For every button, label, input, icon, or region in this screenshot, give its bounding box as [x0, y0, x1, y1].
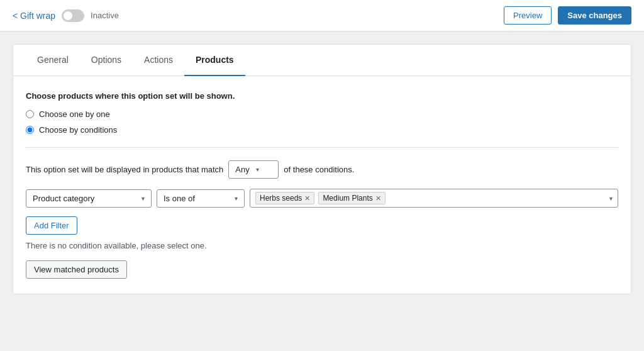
active-toggle[interactable]: [62, 9, 84, 22]
tag-herbs-seeds-label: Herbs seeds: [260, 194, 302, 203]
match-select[interactable]: Any All: [235, 165, 250, 174]
no-condition-message: There is no condition available, please …: [26, 241, 618, 250]
tab-options[interactable]: Options: [80, 45, 133, 76]
radio-by-conditions-text: Choose by conditions: [39, 125, 117, 135]
suffix-text: of these conditions.: [284, 165, 354, 174]
tag-medium-plants: Medium Plants ✕: [318, 192, 385, 204]
tab-actions[interactable]: Actions: [133, 45, 184, 76]
radio-one-by-one-label[interactable]: Choose one by one: [26, 109, 618, 119]
filter-tags-chevron: ▾: [609, 195, 613, 202]
tag-herbs-seeds: Herbs seeds ✕: [255, 192, 314, 204]
save-button[interactable]: Save changes: [558, 6, 631, 25]
radio-one-by-one-text: Choose one by one: [39, 109, 110, 119]
top-bar-right: Preview Save changes: [504, 6, 631, 25]
preview-button[interactable]: Preview: [504, 6, 552, 25]
main-content: General Options Actions Products Choose …: [0, 31, 644, 307]
tabs-nav: General Options Actions Products: [13, 45, 631, 76]
filter-operator-label: Is one of: [164, 194, 195, 203]
filter-operator-dropdown[interactable]: Is one of ▾: [157, 189, 245, 208]
add-filter-button[interactable]: Add Filter: [26, 216, 77, 235]
filter-row: Product category ▾ Is one of ▾ Herbs see…: [26, 189, 618, 208]
radio-one-by-one[interactable]: [26, 110, 34, 118]
back-link[interactable]: < Gift wrap: [13, 11, 55, 21]
divider: [26, 147, 618, 148]
tag-medium-plants-remove[interactable]: ✕: [375, 194, 381, 203]
match-select-chevron: ▾: [256, 166, 259, 173]
toggle-slider: [62, 9, 84, 22]
filter-type-label: Product category: [33, 194, 94, 203]
radio-group: Choose one by one Choose by conditions: [26, 109, 618, 135]
section-title: Choose products where this option set wi…: [26, 91, 618, 101]
filter-tags-container[interactable]: Herbs seeds ✕ Medium Plants ✕ ▾: [250, 189, 618, 208]
radio-by-conditions-label[interactable]: Choose by conditions: [26, 125, 618, 135]
tab-products[interactable]: Products: [184, 45, 245, 76]
top-bar-left: < Gift wrap Inactive: [13, 9, 119, 22]
card: General Options Actions Products Choose …: [13, 44, 631, 294]
view-matched-button[interactable]: View matched products: [26, 260, 127, 279]
filter-operator-chevron: ▾: [235, 195, 238, 202]
tab-general[interactable]: General: [26, 45, 80, 76]
status-label: Inactive: [91, 11, 119, 20]
match-select-box[interactable]: Any All ▾: [228, 160, 279, 179]
filter-type-chevron: ▾: [142, 195, 145, 202]
tag-medium-plants-label: Medium Plants: [323, 194, 372, 203]
condition-intro-row: This option set will be displayed in pro…: [26, 160, 618, 179]
tag-herbs-seeds-remove[interactable]: ✕: [304, 194, 310, 203]
intro-text: This option set will be displayed in pro…: [26, 165, 223, 174]
filter-type-dropdown[interactable]: Product category ▾: [26, 189, 152, 208]
radio-by-conditions[interactable]: [26, 126, 34, 134]
top-bar: < Gift wrap Inactive Preview Save change…: [0, 0, 644, 31]
card-body: Choose products where this option set wi…: [13, 76, 631, 294]
